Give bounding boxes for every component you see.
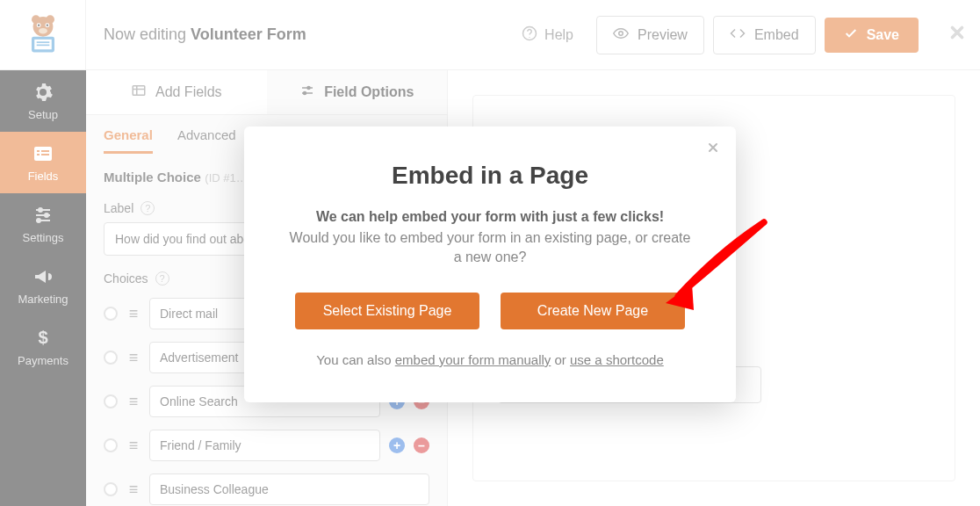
modal-actions: Select Existing Page Create New Page [288, 293, 692, 329]
modal-footer-text: You can also embed your form manually or… [288, 352, 692, 367]
select-existing-page-button[interactable]: Select Existing Page [295, 293, 479, 329]
create-new-page-button[interactable]: Create New Page [501, 293, 685, 329]
footer-prefix: You can also [316, 352, 395, 367]
close-icon [706, 141, 720, 155]
embed-modal: Embed in a Page We can help embed your f… [244, 126, 736, 402]
modal-title: Embed in a Page [288, 162, 692, 190]
embed-manually-link[interactable]: embed your form manually [395, 352, 551, 367]
modal-close-button[interactable] [706, 139, 720, 159]
modal-sub-text: Would you like to embed your form in an … [288, 228, 692, 268]
footer-or: or [551, 352, 570, 367]
use-shortcode-link[interactable]: use a shortcode [570, 352, 664, 367]
modal-lead-text: We can help embed your form with just a … [288, 209, 692, 225]
